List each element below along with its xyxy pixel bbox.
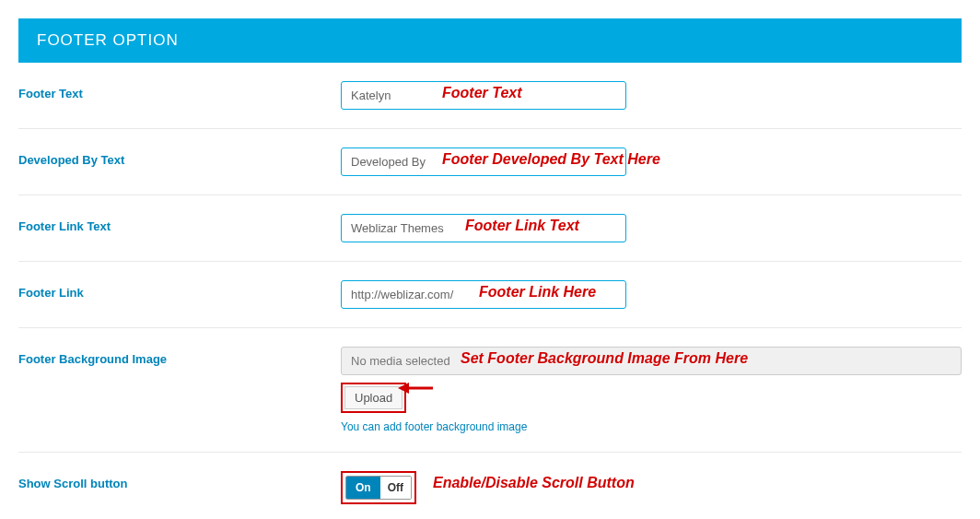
- annotation-scroll: Enable/Disable Scroll Button: [433, 475, 635, 491]
- row-footer-link: Footer Link Footer Link Here: [18, 262, 962, 328]
- input-col: Footer Text: [341, 81, 962, 110]
- media-selected-display: No media selected: [341, 347, 962, 375]
- footer-link-input[interactable]: [341, 280, 626, 309]
- developed-by-input[interactable]: [341, 147, 626, 176]
- label-footer-text: Footer Text: [18, 81, 341, 100]
- row-footer-text: Footer Text Footer Text: [18, 63, 962, 129]
- input-col: Footer Developed By Text Here: [341, 147, 962, 176]
- row-bg-image: Footer Background Image No media selecte…: [18, 328, 962, 453]
- label-developed-by: Developed By Text: [18, 147, 341, 167]
- label-scroll: Show Scroll button: [18, 471, 341, 490]
- label-footer-link-text: Footer Link Text: [18, 214, 341, 233]
- input-col: Footer Link Here: [341, 280, 962, 309]
- scroll-toggle[interactable]: On Off: [345, 476, 412, 500]
- footer-text-input[interactable]: [341, 81, 626, 110]
- upload-button[interactable]: Upload: [344, 386, 402, 409]
- input-col: On Off Enable/Disable Scroll Button: [341, 471, 962, 504]
- toggle-on[interactable]: On: [346, 477, 380, 499]
- input-col: Footer Link Text: [341, 214, 962, 242]
- toggle-highlight-box: On Off: [341, 471, 416, 504]
- label-footer-link: Footer Link: [18, 280, 341, 300]
- section-title: FOOTER OPTION: [37, 31, 179, 49]
- form-section: Footer Text Footer Text Developed By Tex…: [0, 63, 980, 519]
- row-developed-by: Developed By Text Footer Developed By Te…: [18, 129, 962, 195]
- input-col: No media selected Upload You can add foo…: [341, 347, 962, 433]
- footer-link-text-input[interactable]: [341, 214, 626, 242]
- bg-image-help: You can add footer background image: [341, 420, 962, 433]
- toggle-off[interactable]: Off: [380, 477, 411, 499]
- label-bg-image: Footer Background Image: [18, 347, 341, 366]
- row-footer-link-text: Footer Link Text Footer Link Text: [18, 195, 962, 262]
- section-header: FOOTER OPTION: [18, 18, 962, 63]
- row-scroll: Show Scroll button On Off Enable/Disable…: [18, 453, 962, 519]
- upload-highlight-box: Upload: [341, 383, 406, 413]
